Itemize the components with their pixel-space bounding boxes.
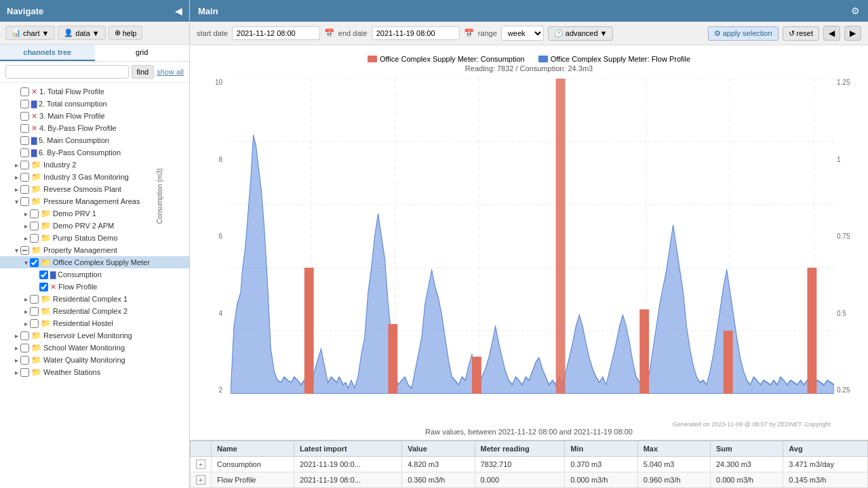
tree-item-reservoir[interactable]: ▸📁Reservoir Level Monitoring bbox=[0, 329, 189, 342]
tree-expand-demo-prv1[interactable]: ▸ bbox=[22, 209, 30, 218]
tree-item-school-water[interactable]: ▸📁School Water Monitoring bbox=[0, 342, 189, 354]
tree-item-bypass-consumption[interactable]: ▇6. By-Pass Consumption bbox=[0, 146, 189, 159]
tree-label-industry2: Industry 2 bbox=[43, 161, 76, 169]
tree-expand-water-quality[interactable]: ▸ bbox=[12, 356, 20, 364]
main-settings-btn[interactable]: ⚙ bbox=[851, 5, 860, 16]
tree-expand-consumption[interactable] bbox=[31, 270, 39, 279]
tree-check-industry3-gas[interactable] bbox=[20, 173, 29, 182]
tree-check-demo-prv1[interactable] bbox=[30, 209, 39, 218]
tree-expand-residential-hostel[interactable]: ▸ bbox=[22, 319, 30, 327]
tree-expand-bypass-consumption[interactable] bbox=[12, 148, 20, 157]
tree-check-property-mgmt[interactable] bbox=[20, 246, 29, 255]
tree-check-residential2[interactable] bbox=[30, 307, 39, 316]
help-btn[interactable]: ⊕ help bbox=[108, 26, 143, 40]
tree-expand-residential1[interactable]: ▸ bbox=[22, 295, 30, 303]
tree-expand-property-mgmt[interactable]: ▾ bbox=[12, 246, 20, 254]
chart-btn[interactable]: 📊 chart ▼ bbox=[5, 26, 55, 40]
tree-expand-flow-profile[interactable] bbox=[31, 283, 39, 291]
chart-generated: Generated on 2023-11-09 @ 08:07 by ZEDNE… bbox=[190, 421, 868, 428]
tree-check-pressure-mgmt[interactable] bbox=[20, 197, 29, 206]
tree-item-pump-status[interactable]: ▸📁Pump Status Demo bbox=[0, 232, 189, 244]
tree-item-residential-hostel[interactable]: ▸📁Residential Hostel bbox=[0, 317, 189, 329]
tree-expand-weather-stations[interactable]: ▸ bbox=[12, 368, 20, 376]
search-input[interactable] bbox=[5, 65, 129, 79]
tree-check-school-water[interactable] bbox=[20, 344, 29, 352]
tab-grid[interactable]: grid bbox=[95, 45, 190, 61]
apply-label: apply selection bbox=[723, 29, 772, 37]
show-all-btn[interactable]: show all bbox=[157, 68, 184, 76]
tree-item-flow-profile[interactable]: ✕Flow Profile bbox=[0, 281, 189, 293]
data-btn[interactable]: 👤 data ▼ bbox=[58, 26, 105, 40]
apply-selection-btn[interactable]: ⚙ apply selection bbox=[708, 26, 778, 41]
tree-expand-residential2[interactable]: ▸ bbox=[22, 307, 30, 315]
tree-icon-residential-hostel: 📁 bbox=[41, 319, 51, 328]
tree-expand-reservoir[interactable]: ▸ bbox=[12, 331, 20, 340]
tree-item-total-flow[interactable]: ✕1. Total Flow Profile bbox=[0, 85, 189, 98]
tree-item-main-consumption[interactable]: ▇5. Main Consumption bbox=[0, 134, 189, 146]
legend-flow-color bbox=[538, 56, 548, 62]
tree-expand-demo-prv2[interactable]: ▸ bbox=[22, 222, 30, 230]
tree-check-total-consumption[interactable] bbox=[20, 100, 29, 108]
tree-item-weather-stations[interactable]: ▸📁Weather Stations bbox=[0, 366, 189, 378]
tree-check-bypass-consumption[interactable] bbox=[20, 148, 29, 157]
cell-meter-reading: 7832.710 bbox=[475, 457, 565, 472]
reset-btn[interactable]: ↺ reset bbox=[783, 26, 819, 41]
tree-check-main-flow[interactable] bbox=[20, 112, 29, 121]
tree-expand-bypass-flow[interactable] bbox=[12, 124, 20, 132]
tree-expand-total-consumption[interactable] bbox=[12, 100, 20, 108]
find-btn[interactable]: find bbox=[132, 65, 155, 79]
tree-expand-pump-status[interactable]: ▸ bbox=[22, 234, 30, 242]
tree-check-total-flow[interactable] bbox=[20, 87, 29, 96]
tree-expand-pressure-mgmt[interactable]: ▾ bbox=[12, 197, 20, 205]
tree-check-industry2[interactable] bbox=[20, 161, 29, 169]
tree-icon-property-mgmt: 📁 bbox=[31, 245, 41, 255]
calendar-icon[interactable]: 📅 bbox=[324, 28, 334, 38]
data-table: Name Latest import Value Meter reading M… bbox=[190, 441, 868, 488]
tree-check-residential-hostel[interactable] bbox=[30, 319, 39, 328]
tab-channels-tree[interactable]: channels tree bbox=[0, 45, 95, 61]
tree-icon-pressure-mgmt: 📁 bbox=[31, 197, 41, 206]
tree-item-main-flow[interactable]: ✕3. Main Flow Profile bbox=[0, 110, 189, 122]
advanced-btn[interactable]: 🕐 advanced ▼ bbox=[548, 26, 614, 41]
tree-expand-main-flow[interactable] bbox=[12, 112, 20, 120]
tree-expand-industry3-gas[interactable]: ▸ bbox=[12, 173, 20, 181]
tree-item-property-mgmt[interactable]: ▾📁Property Management bbox=[0, 244, 189, 256]
tree-item-consumption[interactable]: ▇Consumption bbox=[0, 268, 189, 281]
tree-check-reverse-osmosis[interactable] bbox=[20, 185, 29, 194]
tree-check-weather-stations[interactable] bbox=[20, 368, 29, 377]
tree-expand-reverse-osmosis[interactable]: ▸ bbox=[12, 185, 20, 193]
tree-item-residential1[interactable]: ▸📁Residential Complex 1 bbox=[0, 293, 189, 305]
tree-check-flow-profile[interactable] bbox=[39, 283, 48, 291]
prev-btn[interactable]: ◀ bbox=[823, 26, 840, 41]
sidebar-collapse-btn[interactable]: ◀ bbox=[175, 5, 182, 16]
tree-check-water-quality[interactable] bbox=[20, 356, 29, 365]
row-expand-btn[interactable]: + bbox=[196, 460, 205, 469]
tree-check-pump-status[interactable] bbox=[30, 234, 39, 243]
tree-check-bypass-flow[interactable] bbox=[20, 124, 29, 133]
tree-expand-industry2[interactable]: ▸ bbox=[12, 161, 20, 169]
cell-value: 0.360 m3/h bbox=[402, 472, 475, 488]
tree-check-office-complex[interactable] bbox=[30, 258, 39, 267]
tree-item-total-consumption[interactable]: ▇2. Total consumption bbox=[0, 98, 189, 110]
tree-expand-office-complex[interactable]: ▾ bbox=[22, 258, 30, 266]
tree-expand-school-water[interactable]: ▸ bbox=[12, 344, 20, 352]
tree-item-residential2[interactable]: ▸📁Residential Complex 2 bbox=[0, 305, 189, 317]
tree-item-bypass-flow[interactable]: ✕4. By-Pass Flow Profile bbox=[0, 122, 189, 134]
tree-expand-main-consumption[interactable] bbox=[12, 136, 20, 144]
next-btn[interactable]: ▶ bbox=[844, 26, 861, 41]
end-date-input[interactable] bbox=[372, 26, 460, 40]
row-expand-btn[interactable]: + bbox=[196, 475, 205, 485]
tree-expand-total-flow[interactable] bbox=[12, 87, 20, 96]
tree-check-consumption[interactable] bbox=[39, 270, 48, 279]
svg-rect-35 bbox=[556, 79, 566, 394]
range-select[interactable]: week day month year bbox=[501, 26, 544, 41]
cell-min: 0.370 m3 bbox=[565, 457, 637, 472]
calendar2-icon[interactable]: 📅 bbox=[464, 28, 474, 38]
start-date-input[interactable] bbox=[232, 26, 320, 40]
tree-check-demo-prv2[interactable] bbox=[30, 222, 39, 230]
tree-check-reservoir[interactable] bbox=[20, 331, 29, 340]
tree-item-water-quality[interactable]: ▸📁Water Quality Monitoring bbox=[0, 354, 189, 366]
tree-check-main-consumption[interactable] bbox=[20, 136, 29, 145]
tree-item-office-complex[interactable]: ▾📁Office Complex Supply Meter bbox=[0, 256, 189, 268]
tree-check-residential1[interactable] bbox=[30, 295, 39, 304]
